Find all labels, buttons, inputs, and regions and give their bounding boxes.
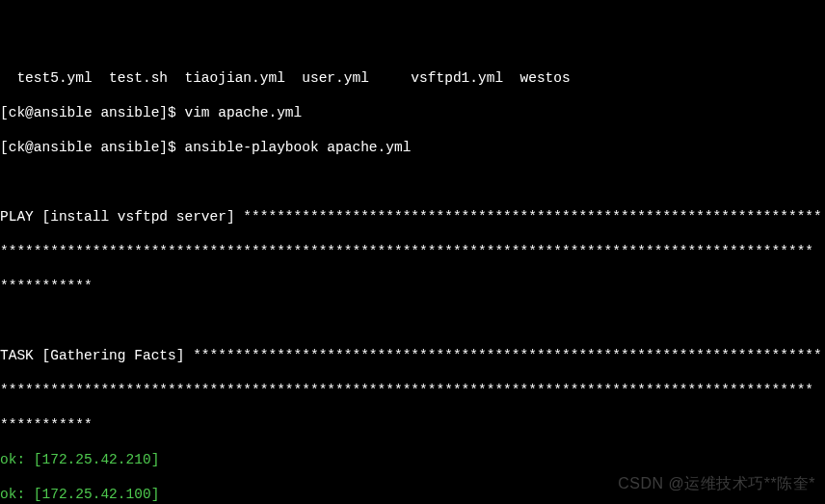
- play-stars-line2: ****************************************…: [0, 243, 825, 260]
- play-header-line: PLAY [install vsftpd server] ***********…: [0, 208, 825, 225]
- file-listing-line: test5.yml test.sh tiaojian.yml user.yml …: [0, 69, 825, 87]
- task-gathering-stars3: ***********: [0, 416, 825, 434]
- play-stars-line3: ***********: [0, 278, 825, 295]
- ok-host-100: ok: [172.25.42.100]: [0, 486, 825, 503]
- task-gathering-header: TASK [Gathering Facts] *****************…: [0, 347, 825, 364]
- prompt-playbook-line: [ck@ansible ansible]$ ansible-playbook a…: [0, 139, 825, 156]
- ok-host-210: ok: [172.25.42.210]: [0, 451, 825, 468]
- blank-line: [0, 173, 825, 191]
- blank-line: [0, 312, 825, 330]
- prompt-vim-line: [ck@ansible ansible]$ vim apache.yml: [0, 104, 825, 121]
- task-gathering-stars2: ****************************************…: [0, 382, 825, 399]
